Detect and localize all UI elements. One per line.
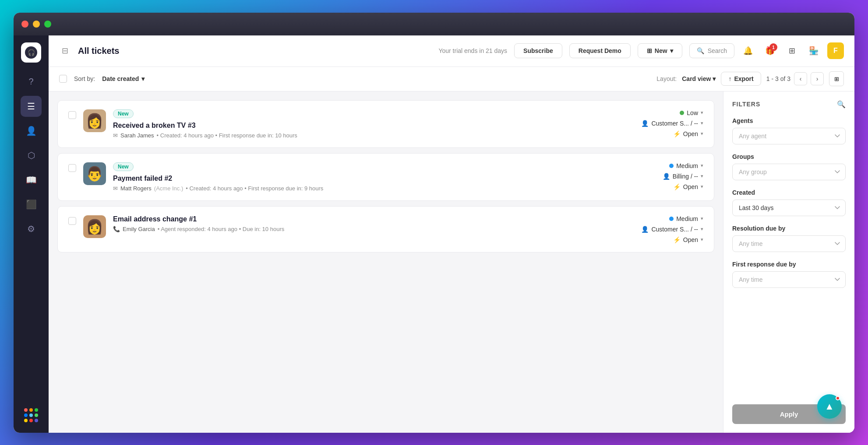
notifications-button[interactable]: 🔔 <box>740 42 756 59</box>
gift-button[interactable]: 🎁 1 <box>762 42 778 59</box>
fab-icon: ▲ <box>825 401 834 412</box>
ticket-team-1[interactable]: 👤 Customer S... / -- ▾ <box>641 120 703 127</box>
ticket-checkbox-3[interactable] <box>68 217 76 225</box>
sidebar-item-reports[interactable]: ⬛ <box>21 194 42 215</box>
ticket-info-1: New Received a broken TV #3 ✉ Sarah Jame… <box>113 109 609 139</box>
search-button[interactable]: 🔍 Search <box>689 43 734 58</box>
pagination-text: 1 - 3 of 3 <box>766 75 790 82</box>
search-icon: 🔍 <box>697 47 704 54</box>
network-icon: ⬡ <box>28 150 35 161</box>
table-row[interactable]: 👨 New Payment failed #2 ✉ Matt Rogers (A… <box>57 153 714 201</box>
grid-icon: ⊞ <box>834 76 839 82</box>
resolution-label: Resolution due by <box>732 225 846 232</box>
close-button[interactable] <box>21 21 28 28</box>
first-response-select[interactable]: Any time <box>732 271 846 288</box>
sidebar-item-contacts[interactable]: 👤 <box>21 120 42 141</box>
ticket-avatar-3: 👩 <box>83 215 106 238</box>
agents-select[interactable]: Any agent <box>732 128 846 144</box>
minimize-button[interactable] <box>33 21 40 28</box>
sidebar-logo[interactable]: 🎧 <box>21 42 41 63</box>
fab-badge <box>836 396 840 400</box>
grid-view-button[interactable]: ⊞ <box>829 71 844 86</box>
filter-icon[interactable]: ⊟ <box>59 43 71 58</box>
ticket-priority-1[interactable]: Low ▾ <box>680 109 703 116</box>
main-content: ⊟ All tickets Your trial ends in 21 days… <box>49 35 854 433</box>
layout-chevron-icon: ▾ <box>713 75 716 82</box>
groups-label: Groups <box>732 153 846 160</box>
menu-button[interactable]: ⊞ <box>783 42 800 59</box>
ticket-author-2: Matt Rogers <box>120 185 152 192</box>
page-title: All tickets <box>78 46 119 56</box>
gift-badge: 1 <box>769 43 777 51</box>
store-icon: 🏪 <box>809 46 819 56</box>
sort-by-label: Sort by: <box>74 75 95 82</box>
subscribe-button[interactable]: Subscribe <box>514 43 562 58</box>
ticket-checkbox-2[interactable] <box>68 164 76 172</box>
ticket-team-3[interactable]: 👤 Customer S... / -- ▾ <box>641 226 703 233</box>
priority-value-1: Low <box>687 109 698 116</box>
priority-dot-1 <box>680 111 684 115</box>
prev-page-button[interactable]: ‹ <box>794 72 807 85</box>
priority-value-3: Medium <box>676 215 698 222</box>
bell-icon: 🔔 <box>743 46 753 56</box>
export-icon: ↑ <box>728 75 731 82</box>
dot-2 <box>29 408 33 412</box>
app-body: 🎧 ? ☰ 👤 ⬡ 📖 ⬛ ⚙ <box>14 35 854 433</box>
export-button[interactable]: ↑ Export <box>721 72 761 86</box>
first-response-filter-group: First response due by Any time <box>732 261 846 288</box>
priority-chevron-1: ▾ <box>701 110 703 116</box>
sidebar-item-help[interactable]: ? <box>21 71 42 92</box>
sidebar-bottom <box>21 405 42 426</box>
dot-9 <box>35 419 38 422</box>
sidebar-item-knowledge[interactable]: 📖 <box>21 169 42 190</box>
knowledge-icon: 📖 <box>26 175 37 185</box>
dot-5 <box>29 413 33 417</box>
sidebar-item-tickets[interactable]: ☰ <box>21 96 42 117</box>
sidebar-item-network[interactable]: ⬡ <box>21 145 42 166</box>
status-chevron-2: ▾ <box>701 184 703 189</box>
ticket-badge-1: New <box>113 109 134 118</box>
table-row[interactable]: 👩 New Received a broken TV #3 ✉ Sarah Ja… <box>57 100 714 148</box>
ticket-priority-2[interactable]: Medium ▾ <box>669 162 703 169</box>
select-all-checkbox[interactable] <box>59 75 67 83</box>
priority-dot-2 <box>669 164 674 168</box>
next-page-button[interactable]: › <box>811 72 824 85</box>
dot-6 <box>35 413 38 417</box>
priority-chevron-2: ▾ <box>701 163 703 168</box>
status-icon-2: ⚡ <box>673 183 681 190</box>
fab-button[interactable]: ▲ <box>817 394 842 419</box>
agents-filter-group: Agents Any agent <box>732 117 846 144</box>
ticket-checkbox-1[interactable] <box>68 111 76 119</box>
ticket-status-3[interactable]: ⚡ Open ▾ <box>673 236 703 243</box>
menu-icon: ⊞ <box>789 46 795 56</box>
ticket-author-3: Emily Garcia <box>123 226 155 232</box>
app-grid[interactable] <box>21 405 42 426</box>
ticket-priority-3[interactable]: Medium ▾ <box>669 215 703 222</box>
new-button[interactable]: ⊞ New ▾ <box>638 43 682 58</box>
ticket-badge-2: New <box>113 162 134 171</box>
resolution-select[interactable]: Any time <box>732 235 846 252</box>
table-row[interactable]: 👩 Email address change #1 📞 Emily Garcia… <box>57 206 714 252</box>
maximize-button[interactable] <box>44 21 51 28</box>
created-select[interactable]: Last 30 days <box>732 200 846 216</box>
sort-button[interactable]: Date created ▾ <box>102 75 145 82</box>
request-demo-button[interactable]: Request Demo <box>569 43 631 58</box>
team-chevron-2: ▾ <box>701 173 703 179</box>
sidebar-item-settings[interactable]: ⚙ <box>21 218 42 239</box>
ticket-status-1[interactable]: ⚡ Open ▾ <box>673 130 703 137</box>
ticket-title-2: Payment failed #2 <box>113 175 609 182</box>
filters-search-icon[interactable]: 🔍 <box>837 100 846 109</box>
sidebar: 🎧 ? ☰ 👤 ⬡ 📖 ⬛ ⚙ <box>14 35 49 433</box>
team-chevron-3: ▾ <box>701 226 703 232</box>
user-avatar[interactable]: F <box>827 42 844 59</box>
ticket-team-2[interactable]: 👤 Billing / -- ▾ <box>663 173 703 180</box>
groups-select[interactable]: Any group <box>732 164 846 180</box>
dot-4 <box>24 413 28 417</box>
store-button[interactable]: 🏪 <box>805 42 822 59</box>
contacts-icon: 👤 <box>26 126 37 136</box>
created-filter-group: Created Last 30 days <box>732 189 846 216</box>
team-chevron-1: ▾ <box>701 120 703 126</box>
ticket-info-3: Email address change #1 📞 Emily Garcia •… <box>113 215 609 232</box>
layout-button[interactable]: Card view ▾ <box>682 75 716 82</box>
ticket-status-2[interactable]: ⚡ Open ▾ <box>673 183 703 190</box>
